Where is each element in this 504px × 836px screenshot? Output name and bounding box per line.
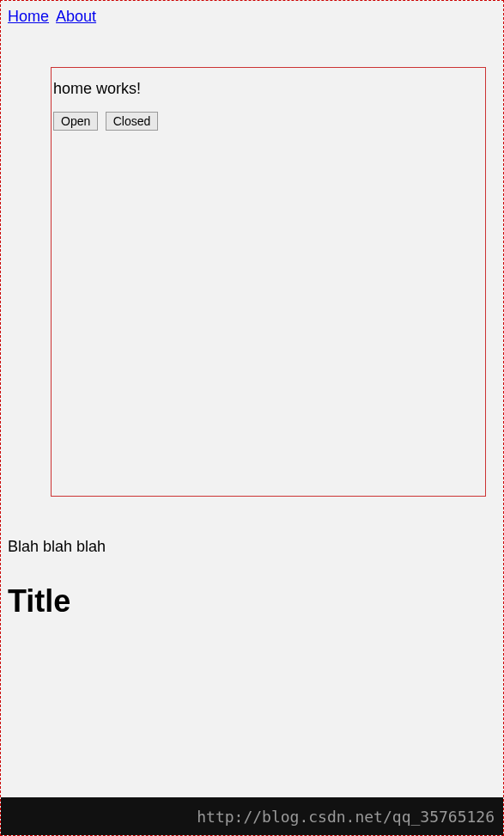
nav-home-link[interactable]: Home <box>8 8 49 25</box>
open-button[interactable]: Open <box>53 112 98 131</box>
navigation: Home About <box>1 1 503 33</box>
button-group: Open Closed <box>52 112 485 131</box>
footer-text: Blah blah blah <box>1 531 503 563</box>
closed-button[interactable]: Closed <box>106 112 159 131</box>
page-title: Title <box>1 577 503 626</box>
home-works-text: home works! <box>52 80 485 98</box>
router-outlet-box: home works! Open Closed <box>51 67 486 497</box>
nav-about-link[interactable]: About <box>56 8 96 25</box>
watermark: http://blog.csdn.net/qq_35765126 <box>1 797 503 835</box>
